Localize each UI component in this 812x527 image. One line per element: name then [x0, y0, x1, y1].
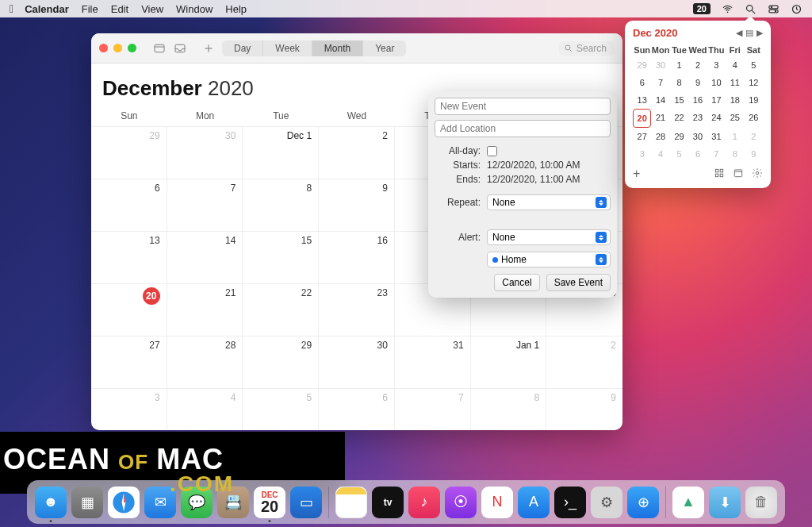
- mini-day-cell[interactable]: 23: [688, 109, 707, 128]
- mini-day-cell[interactable]: 6: [688, 145, 707, 163]
- close-button[interactable]: [99, 44, 108, 52]
- mini-day-cell[interactable]: 15: [670, 91, 688, 109]
- dock-keynote[interactable]: ▭: [290, 487, 322, 518]
- mini-day-cell[interactable]: 21: [651, 109, 669, 128]
- day-cell[interactable]: Dec 1: [243, 126, 319, 179]
- day-cell[interactable]: 7: [167, 179, 243, 231]
- mini-cal-next-icon[interactable]: ▶: [756, 28, 763, 38]
- dock-tv[interactable]: tv: [372, 487, 404, 518]
- day-cell[interactable]: 20: [91, 283, 167, 336]
- search-field[interactable]: Search: [559, 41, 615, 56]
- inbox-icon[interactable]: [173, 41, 187, 56]
- mini-day-cell[interactable]: 10: [707, 74, 726, 91]
- mini-day-cell[interactable]: 12: [745, 74, 763, 91]
- cancel-button[interactable]: Cancel: [494, 274, 539, 291]
- dock-music[interactable]: ♪: [408, 487, 440, 518]
- day-cell[interactable]: 23: [319, 283, 395, 336]
- day-cell[interactable]: 2: [546, 336, 622, 388]
- mini-cal-agenda-icon[interactable]: ▤: [745, 28, 753, 38]
- calendar-select[interactable]: Home: [487, 252, 611, 267]
- mini-day-cell[interactable]: 5: [745, 56, 763, 74]
- allday-checkbox[interactable]: [487, 146, 497, 156]
- add-event-icon[interactable]: [201, 41, 216, 56]
- view-year[interactable]: Year: [363, 40, 406, 56]
- day-cell[interactable]: 30: [167, 126, 243, 179]
- dock-trash[interactable]: 🗑: [745, 487, 777, 518]
- minimize-button[interactable]: [113, 44, 122, 52]
- mini-day-cell[interactable]: 28: [651, 128, 669, 145]
- clock-icon[interactable]: [791, 3, 802, 15]
- menu-file[interactable]: File: [82, 3, 98, 15]
- mini-day-cell[interactable]: 30: [688, 128, 707, 145]
- day-cell[interactable]: 6: [319, 388, 395, 430]
- mini-day-cell[interactable]: 18: [726, 91, 744, 109]
- mini-day-cell[interactable]: 2: [688, 56, 707, 74]
- menu-edit[interactable]: Edit: [111, 3, 128, 15]
- event-location-input[interactable]: [435, 120, 611, 137]
- mini-cal-calendar-icon[interactable]: [733, 167, 744, 180]
- ends-value[interactable]: 12/20/2020, 11:00 AM: [487, 174, 611, 185]
- dock-calendar[interactable]: DEC20: [254, 487, 285, 518]
- mini-day-cell[interactable]: 7: [651, 74, 669, 91]
- view-day[interactable]: Day: [222, 40, 263, 56]
- mini-day-cell[interactable]: 3: [633, 145, 651, 163]
- mini-day-cell[interactable]: 26: [745, 109, 763, 128]
- save-event-button[interactable]: Save Event: [546, 274, 611, 291]
- dock-downloads[interactable]: ⬇︎: [709, 487, 741, 518]
- mini-day-cell[interactable]: 17: [707, 91, 726, 109]
- mini-day-cell[interactable]: 13: [633, 91, 651, 109]
- control-center-icon[interactable]: [768, 3, 779, 15]
- mini-cal-prev-icon[interactable]: ◀: [736, 28, 742, 38]
- mini-day-cell[interactable]: 25: [726, 109, 744, 128]
- day-cell[interactable]: 8: [243, 179, 319, 231]
- spotlight-icon[interactable]: [745, 3, 756, 15]
- mini-day-cell[interactable]: 5: [670, 145, 688, 163]
- day-cell[interactable]: 15: [243, 231, 319, 283]
- menubar-calendar-extra[interactable]: 20: [693, 3, 710, 14]
- day-cell[interactable]: 14: [167, 231, 243, 283]
- mini-day-cell[interactable]: 1: [670, 56, 688, 74]
- dock-appstore[interactable]: A: [518, 487, 550, 518]
- day-cell[interactable]: 6: [91, 179, 167, 231]
- menu-help[interactable]: Help: [225, 3, 247, 15]
- apple-menu-icon[interactable]: : [10, 2, 13, 15]
- menu-window[interactable]: Window: [176, 3, 213, 15]
- day-cell[interactable]: 16: [319, 231, 395, 283]
- mini-day-cell[interactable]: 11: [726, 74, 744, 91]
- day-cell[interactable]: 5: [243, 388, 319, 430]
- day-cell[interactable]: 4: [167, 388, 243, 430]
- mini-day-cell[interactable]: 29: [633, 56, 651, 74]
- starts-value[interactable]: 12/20/2020, 10:00 AM: [487, 160, 611, 171]
- day-cell[interactable]: 3: [91, 388, 167, 430]
- dock-xcode[interactable]: ⊕: [627, 487, 659, 518]
- view-week[interactable]: Week: [263, 40, 312, 56]
- mini-day-cell[interactable]: 1: [726, 128, 744, 145]
- zoom-button[interactable]: [128, 44, 136, 52]
- day-cell[interactable]: 9: [319, 179, 395, 231]
- menu-view[interactable]: View: [141, 3, 163, 15]
- mini-day-cell[interactable]: 14: [651, 91, 669, 109]
- day-cell[interactable]: 21: [167, 283, 243, 336]
- mini-cal-grid-icon[interactable]: [714, 167, 725, 180]
- day-cell[interactable]: 29: [91, 126, 167, 179]
- day-cell[interactable]: 30: [319, 336, 395, 388]
- day-cell[interactable]: 7: [395, 388, 471, 430]
- mini-day-cell[interactable]: 3: [707, 56, 726, 74]
- mini-day-cell[interactable]: 24: [707, 109, 726, 128]
- mini-day-cell[interactable]: 20: [633, 109, 651, 128]
- dock-news[interactable]: N: [481, 487, 513, 518]
- mini-day-cell[interactable]: 8: [670, 74, 688, 91]
- day-cell[interactable]: 27: [91, 336, 167, 388]
- day-cell[interactable]: 31: [395, 336, 471, 388]
- mini-day-cell[interactable]: 9: [688, 74, 707, 91]
- mini-day-cell[interactable]: 4: [651, 145, 669, 163]
- day-cell[interactable]: Jan 1: [471, 336, 547, 388]
- mini-day-cell[interactable]: 7: [707, 145, 726, 163]
- dock-podcasts[interactable]: ⦿: [445, 487, 477, 518]
- day-cell[interactable]: 28: [167, 336, 243, 388]
- repeat-select[interactable]: None: [487, 194, 611, 210]
- day-cell[interactable]: 29: [243, 336, 319, 388]
- mini-day-cell[interactable]: 30: [651, 56, 669, 74]
- mini-day-cell[interactable]: 16: [688, 91, 707, 109]
- day-cell[interactable]: 2: [319, 126, 395, 179]
